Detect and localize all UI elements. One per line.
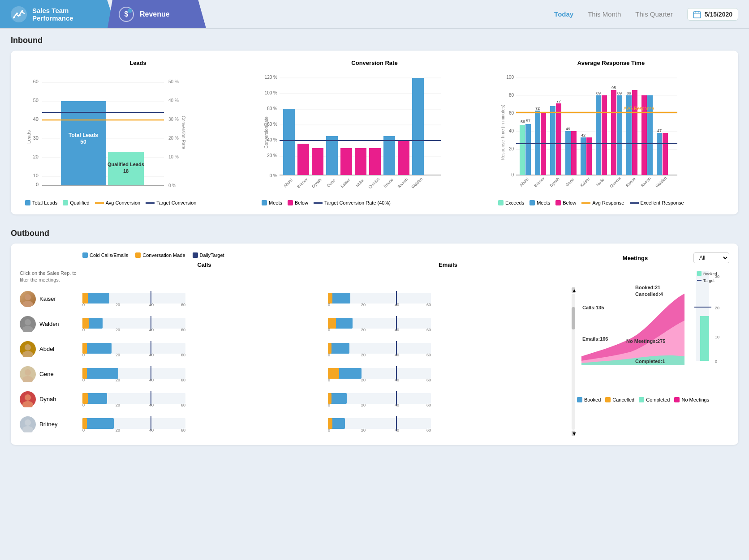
- svg-rect-96: [535, 111, 540, 175]
- britney-bars: 0 20 40 60: [82, 415, 570, 434]
- rep-row-abdel[interactable]: Abdel 0 20: [20, 338, 570, 361]
- svg-text:40: 40: [509, 128, 514, 133]
- svg-text:18: 18: [123, 168, 129, 174]
- svg-text:Quintus: Quintus: [367, 176, 380, 189]
- svg-text:20 %: 20 %: [267, 153, 277, 158]
- svg-text:89: 89: [596, 91, 601, 95]
- svg-rect-62: [340, 148, 352, 175]
- svg-text:60: 60: [426, 378, 431, 382]
- svg-text:Gene: Gene: [326, 178, 336, 188]
- rep-name-britney: Britney: [39, 421, 57, 427]
- svg-rect-109: [602, 95, 607, 175]
- svg-rect-121: [663, 133, 668, 175]
- svg-text:60: 60: [426, 353, 431, 357]
- tab-revenue[interactable]: $ ↑ Revenue: [108, 0, 206, 28]
- svg-text:89: 89: [627, 91, 631, 95]
- svg-text:0: 0: [715, 359, 717, 364]
- rep-row-kaiser[interactable]: Kaiser 0: [20, 287, 570, 311]
- svg-text:0: 0: [82, 378, 85, 382]
- scroll-up-btn[interactable]: ▲: [572, 287, 575, 293]
- svg-point-155: [22, 326, 33, 332]
- svg-point-154: [25, 319, 31, 325]
- svg-text:60: 60: [426, 428, 431, 432]
- rep-info-abdel: Abdel: [20, 341, 82, 357]
- svg-text:20: 20: [715, 306, 719, 310]
- inbound-card: Leads 60 50 40 30 20 10 0 Leads: [11, 51, 738, 214]
- svg-rect-100: [556, 103, 561, 175]
- avatar-kaiser: [20, 291, 36, 307]
- nav-links: Today This Month This Quarter 5/15/2020: [554, 0, 749, 28]
- svg-text:20: 20: [116, 428, 120, 432]
- svg-text:100 %: 100 %: [265, 90, 277, 95]
- rep-name-gene: Gene: [39, 371, 54, 377]
- nav-today[interactable]: Today: [554, 10, 573, 18]
- scroll-bar: ▲ ▼: [570, 287, 577, 436]
- meetings-svg: Calls:135 Emails:166 Booked:21 Cancelled…: [577, 267, 729, 392]
- svg-text:60: 60: [426, 403, 431, 407]
- svg-rect-158: [82, 318, 89, 329]
- legend-target-conversion: Target Conversion: [146, 200, 196, 205]
- svg-text:60: 60: [181, 378, 185, 382]
- legend-booked: Booked: [577, 397, 601, 402]
- legend-below-resp: Below: [555, 200, 576, 205]
- svg-text:Conversion Rate: Conversion Rate: [181, 116, 186, 150]
- svg-text:60: 60: [426, 328, 431, 332]
- legend-qualified: Qualified: [63, 200, 89, 205]
- meetings-section: Meetings All: [577, 252, 729, 436]
- meetings-filter-select[interactable]: All: [693, 252, 729, 263]
- tab-sales[interactable]: Sales Team Performance: [0, 0, 116, 28]
- svg-text:20: 20: [116, 353, 120, 357]
- svg-rect-184: [328, 343, 331, 354]
- svg-text:Abdel: Abdel: [283, 178, 293, 188]
- svg-point-0: [11, 6, 27, 22]
- rep-info-walden: Walden: [20, 316, 82, 332]
- svg-rect-140: [82, 293, 88, 304]
- walden-calls-bar: 0 20 40 60: [82, 314, 324, 333]
- svg-text:Leads: Leads: [26, 130, 31, 144]
- svg-rect-111: [611, 90, 616, 175]
- svg-text:60: 60: [181, 428, 185, 432]
- rep-row-walden[interactable]: Walden 0 2: [20, 312, 570, 336]
- svg-text:0: 0: [36, 182, 39, 187]
- leads-chart-title: Leads: [25, 60, 251, 66]
- rep-row-britney[interactable]: Britney 0: [20, 413, 570, 436]
- outbound-left-section: Cold Calls/Emails Conversation Made Dail…: [20, 252, 570, 436]
- nav-this-month[interactable]: This Month: [588, 10, 621, 18]
- svg-text:Emails:166: Emails:166: [582, 336, 608, 342]
- svg-rect-63: [355, 148, 366, 175]
- gene-calls-bar: 0 20 40 60: [82, 364, 324, 384]
- dynah-calls-bar: 0 20 40 60: [82, 389, 324, 409]
- svg-rect-59: [297, 144, 309, 175]
- svg-text:40: 40: [395, 403, 399, 407]
- rep-row-dynah[interactable]: Dynah 0 20: [20, 388, 570, 411]
- svg-text:49: 49: [566, 127, 570, 131]
- svg-text:20 %: 20 %: [168, 136, 179, 141]
- svg-text:80: 80: [509, 93, 514, 98]
- svg-rect-148: [328, 293, 332, 304]
- svg-rect-92: [520, 125, 525, 175]
- svg-text:100: 100: [506, 75, 514, 80]
- legend-target-conv-rate: Target Conversion Rate (40%): [314, 200, 391, 205]
- scroll-down-btn[interactable]: ▼: [572, 431, 575, 436]
- svg-text:$: $: [125, 10, 129, 18]
- svg-text:Booked: Booked: [703, 272, 717, 276]
- svg-text:20: 20: [33, 154, 39, 159]
- outbound-card: Cold Calls/Emails Conversation Made Dail…: [11, 244, 738, 445]
- conversion-legend: Meets Below Target Conversion Rate (40%): [262, 200, 487, 205]
- svg-rect-102: [565, 131, 571, 175]
- svg-rect-61: [326, 136, 338, 175]
- avg-response-svg: 100 80 60 40 20 0 Response Time (in minu…: [498, 70, 686, 195]
- conversion-chart-area: 120 % 100 % 80 % 60 % 40 % 20 % 0 % Conv…: [262, 70, 487, 197]
- svg-rect-194: [82, 368, 87, 379]
- britney-calls-bar: 0 20 40 60: [82, 415, 324, 434]
- avatar-walden: [20, 316, 36, 332]
- svg-text:Total Leads: Total Leads: [69, 132, 98, 138]
- scroll-thumb[interactable]: [572, 307, 575, 329]
- svg-text:50: 50: [33, 98, 39, 103]
- rep-row-gene[interactable]: Gene 0 20: [20, 363, 570, 386]
- nav-this-quarter[interactable]: This Quarter: [635, 10, 672, 18]
- leads-chart-block: Leads 60 50 40 30 20 10 0 Leads: [20, 60, 256, 205]
- svg-text:56: 56: [521, 120, 525, 124]
- svg-text:20: 20: [116, 303, 120, 307]
- svg-text:20: 20: [116, 378, 120, 382]
